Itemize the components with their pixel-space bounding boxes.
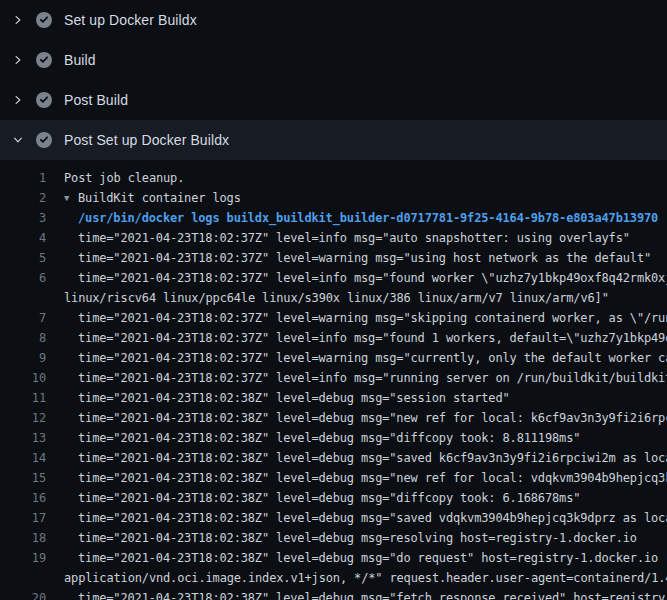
log-line[interactable]: application/vnd.oci.image.index.v1+json,… [0,568,667,588]
group-title: BuildKit container logs [78,191,241,205]
log-line[interactable]: 12 time="2021-04-23T18:02:38Z" level=deb… [0,408,667,428]
log-line[interactable]: linux/riscv64 linux/ppc64le linux/s390x … [0,288,667,308]
log-line-text: time="2021-04-23T18:02:38Z" level=debug … [78,548,667,568]
log-line-text: Post job cleanup. [64,168,667,188]
log-line[interactable]: 13 time="2021-04-23T18:02:38Z" level=deb… [0,428,667,448]
log-line[interactable]: 10 time="2021-04-23T18:02:37Z" level=inf… [0,368,667,388]
log-line-number[interactable]: 10 [0,368,46,388]
log-line-text: time="2021-04-23T18:02:38Z" level=debug … [78,388,667,408]
check-circle-icon [36,132,52,148]
log-line-number[interactable]: 17 [0,508,46,528]
log-line-number[interactable]: 15 [0,468,46,488]
log-line[interactable]: 6 time="2021-04-23T18:02:37Z" level=info… [0,268,667,288]
log-line-number[interactable]: 1 [0,168,46,188]
log-line-text: time="2021-04-23T18:02:38Z" level=debug … [78,508,667,528]
log-line-number[interactable]: 7 [0,308,46,328]
log-line-text: time="2021-04-23T18:02:38Z" level=debug … [78,588,667,600]
chevron-right-icon[interactable] [10,92,26,108]
log-line-text: time="2021-04-23T18:02:37Z" level=info m… [78,368,667,388]
log-line-text: time="2021-04-23T18:02:38Z" level=debug … [78,488,667,508]
log-line-number[interactable] [0,568,46,588]
log-line-text: time="2021-04-23T18:02:38Z" level=debug … [78,428,667,448]
step-row-1[interactable]: Build [0,40,667,80]
log-line-text: time="2021-04-23T18:02:37Z" level=info m… [78,328,667,348]
check-circle-icon [36,12,52,28]
chevron-right-icon[interactable] [10,12,26,28]
step-row-2[interactable]: Post Build [0,80,667,120]
log-line[interactable]: 8 time="2021-04-23T18:02:37Z" level=info… [0,328,667,348]
log-line-number[interactable]: 16 [0,488,46,508]
log-line[interactable]: 7 time="2021-04-23T18:02:37Z" level=warn… [0,308,667,328]
log-line-text: time="2021-04-23T18:02:38Z" level=debug … [78,448,667,468]
log-line[interactable]: 4 time="2021-04-23T18:02:37Z" level=info… [0,228,667,248]
log-line-number[interactable]: 9 [0,348,46,368]
log-line-number[interactable]: 3 [0,208,46,228]
log-line[interactable]: 18 time="2021-04-23T18:02:38Z" level=deb… [0,528,667,548]
steps-list: Set up Docker Buildx Build P [0,0,667,160]
log-line[interactable]: 16 time="2021-04-23T18:02:38Z" level=deb… [0,488,667,508]
log-line-number[interactable]: 4 [0,228,46,248]
log-line[interactable]: 11 time="2021-04-23T18:02:38Z" level=deb… [0,388,667,408]
actions-log-viewer: Set up Docker Buildx Build P [0,0,667,600]
check-circle-icon [36,52,52,68]
chevron-down-icon[interactable] [10,132,26,148]
log-area: 1 Post job cleanup. 2 ▼BuildKit containe… [0,160,667,600]
group-toggle-icon[interactable]: ▼ [64,188,78,208]
log-line-text: ▼BuildKit container logs [64,188,667,208]
log-line-number[interactable]: 14 [0,448,46,468]
log-line-text: time="2021-04-23T18:02:37Z" level=warnin… [78,348,667,368]
log-line-number[interactable]: 13 [0,428,46,448]
step-label: Post Set up Docker Buildx [64,132,229,148]
log-line-text: time="2021-04-23T18:02:38Z" level=debug … [78,468,667,488]
log-line-text: /usr/bin/docker logs buildx_buildkit_bui… [78,208,667,228]
step-row-3[interactable]: Post Set up Docker Buildx [0,120,667,160]
step-label: Set up Docker Buildx [64,12,197,28]
step-label: Post Build [64,92,128,108]
log-line[interactable]: 15 time="2021-04-23T18:02:38Z" level=deb… [0,468,667,488]
log-line[interactable]: 5 time="2021-04-23T18:02:37Z" level=warn… [0,248,667,268]
check-circle-icon [36,92,52,108]
step-label: Build [64,52,96,68]
log-line-number[interactable]: 12 [0,408,46,428]
log-line-number[interactable]: 18 [0,528,46,548]
log-line[interactable]: 17 time="2021-04-23T18:02:38Z" level=deb… [0,508,667,528]
log-line-text: linux/riscv64 linux/ppc64le linux/s390x … [64,288,667,308]
log-line-number[interactable]: 8 [0,328,46,348]
log-line-text: application/vnd.oci.image.index.v1+json,… [64,568,667,588]
log-line-text: time="2021-04-23T18:02:37Z" level=info m… [78,268,667,288]
log-line[interactable]: 14 time="2021-04-23T18:02:38Z" level=deb… [0,448,667,468]
log-line[interactable]: 1 Post job cleanup. [0,168,667,188]
log-line-number[interactable] [0,288,46,308]
log-line-number[interactable]: 19 [0,548,46,568]
log-line-number[interactable]: 11 [0,388,46,408]
log-line-text: time="2021-04-23T18:02:38Z" level=debug … [78,408,667,428]
log-line[interactable]: 2 ▼BuildKit container logs [0,188,667,208]
log-line-text: time="2021-04-23T18:02:37Z" level=info m… [78,228,667,248]
log-line[interactable]: 19 time="2021-04-23T18:02:38Z" level=deb… [0,548,667,568]
log-line[interactable]: 3 /usr/bin/docker logs buildx_buildkit_b… [0,208,667,228]
log-line-number[interactable]: 6 [0,268,46,288]
log-line-number[interactable]: 5 [0,248,46,268]
log-line[interactable]: 20 time="2021-04-23T18:02:38Z" level=deb… [0,588,667,600]
log-line-text: time="2021-04-23T18:02:38Z" level=debug … [78,528,667,548]
log-line[interactable]: 9 time="2021-04-23T18:02:37Z" level=warn… [0,348,667,368]
log-line-number[interactable]: 20 [0,588,46,600]
log-line-text: time="2021-04-23T18:02:37Z" level=warnin… [78,248,667,268]
log-line-number[interactable]: 2 [0,188,46,208]
log-line-text: time="2021-04-23T18:02:37Z" level=warnin… [78,308,667,328]
chevron-right-icon[interactable] [10,52,26,68]
step-row-0[interactable]: Set up Docker Buildx [0,0,667,40]
